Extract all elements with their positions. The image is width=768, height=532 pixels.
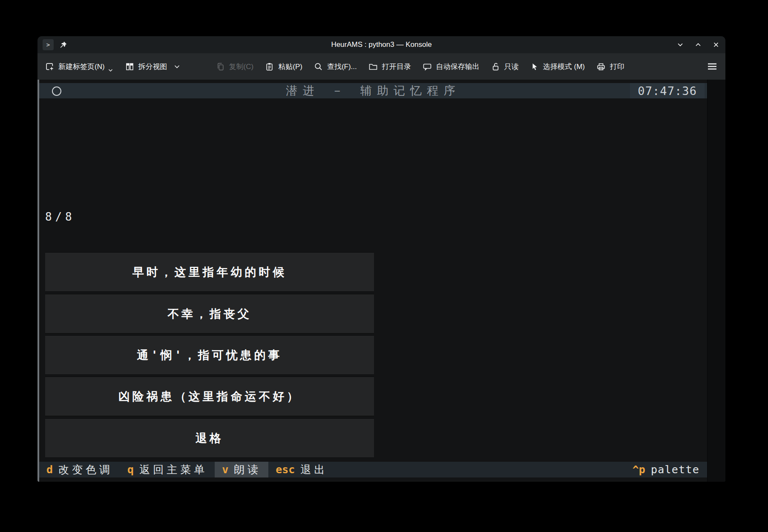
- hotkey-key: d: [46, 463, 53, 476]
- screen: > HeurAMS : python3 — Konsole: [0, 0, 768, 532]
- search-icon: [314, 62, 323, 71]
- open-lock-icon: [491, 62, 500, 71]
- app-header-bar: 潜进 － 辅助记忆程序 07:47:36: [39, 83, 707, 98]
- printer-icon: [596, 62, 606, 71]
- toolbar: 新建标签页(N) 拆分视图: [37, 53, 725, 80]
- hamburger-menu-button[interactable]: [707, 62, 718, 71]
- open-dir-button[interactable]: 打开目录: [368, 62, 411, 72]
- hotkey-palette[interactable]: ^p palette: [625, 463, 707, 476]
- titlebar[interactable]: > HeurAMS : python3 — Konsole: [37, 36, 725, 53]
- split-view-label: 拆分视图: [138, 62, 167, 72]
- minimize-button[interactable]: [676, 40, 685, 49]
- hotkey-exit[interactable]: esc 退出: [268, 462, 335, 477]
- hotkey-key: esc: [276, 463, 295, 476]
- hotkey-read-aloud[interactable]: v 朗读: [215, 462, 268, 477]
- copy-label: 复制(C): [229, 62, 254, 72]
- maximize-button[interactable]: [694, 40, 702, 49]
- split-view-button[interactable]: 拆分视图: [125, 62, 180, 72]
- print-label: 打印: [610, 62, 624, 72]
- find-label: 查找(F)...: [327, 62, 357, 72]
- copy-icon: [216, 62, 225, 71]
- pin-icon[interactable]: [60, 41, 67, 49]
- find-button[interactable]: 查找(F)...: [314, 62, 357, 72]
- hotkey-label: palette: [651, 463, 699, 476]
- hotkey-label: 返回主菜单: [139, 463, 207, 477]
- autosave-button[interactable]: 自动保存输出: [423, 62, 480, 72]
- konsole-window: > HeurAMS : python3 — Konsole: [37, 36, 725, 482]
- app-title: 潜进 － 辅助记忆程序: [39, 83, 707, 98]
- select-mode-button[interactable]: 选择模式 (M): [530, 62, 585, 72]
- close-button[interactable]: [712, 40, 720, 49]
- hotkey-change-theme[interactable]: d 改变色调: [39, 462, 120, 477]
- statusbar: d 改变色调 q 返回主菜单 v 朗读 esc 退出: [39, 462, 707, 477]
- speech-bubble-icon: [423, 62, 432, 71]
- open-folder-icon: [368, 62, 378, 71]
- scrollbar[interactable]: [707, 80, 725, 482]
- select-mode-label: 选择模式 (M): [543, 62, 585, 72]
- new-tab-button[interactable]: 新建标签页(N): [45, 62, 114, 72]
- print-button[interactable]: 打印: [596, 62, 624, 72]
- autosave-label: 自动保存输出: [436, 62, 480, 72]
- readonly-button[interactable]: 只读: [491, 62, 519, 72]
- terminal-prompt-glyph: >: [46, 41, 50, 48]
- open-dir-label: 打开目录: [382, 62, 411, 72]
- new-tab-icon: [45, 62, 54, 71]
- clock: 07:47:36: [630, 83, 705, 98]
- split-view-icon: [125, 62, 134, 71]
- terminal-tab-icon[interactable]: >: [43, 39, 54, 50]
- hotkey-label: 改变色调: [58, 463, 113, 477]
- question-progress: 8/8: [45, 210, 242, 224]
- paste-icon: [265, 62, 274, 71]
- hotkey-key: v: [222, 463, 228, 476]
- cursor-arrow-icon: [530, 62, 539, 71]
- answer-button-1[interactable]: 早时，这里指年幼的时候: [45, 252, 374, 292]
- dropdown-caret-icon: [108, 69, 113, 72]
- answer-button-2[interactable]: 不幸，指丧父: [45, 294, 374, 334]
- hotkey-key: ^p: [633, 463, 645, 476]
- hotkey-label: 朗读: [234, 463, 261, 477]
- copy-button[interactable]: 复制(C): [216, 62, 254, 72]
- hotkey-label: 退出: [300, 463, 328, 477]
- terminal-area: 潜进 － 辅助记忆程序 07:47:36 8/8 臣密言：臣以险衅，夙遭闵凶. …: [37, 80, 725, 482]
- hotkey-key: q: [127, 463, 134, 476]
- hotkey-main-menu[interactable]: q 返回主菜单: [120, 462, 215, 477]
- readonly-label: 只读: [504, 62, 519, 72]
- answer-button-4[interactable]: 凶险祸患（这里指命运不好）: [45, 377, 374, 416]
- hamburger-menu-icon: [707, 62, 718, 71]
- answer-button-3[interactable]: 通'悯'，指可忧患的事: [45, 335, 374, 375]
- paste-button[interactable]: 粘贴(P): [265, 62, 302, 72]
- new-tab-label: 新建标签页(N): [58, 62, 105, 72]
- paste-label: 粘贴(P): [278, 62, 302, 72]
- window-title: HeurAMS : python3 — Konsole: [37, 40, 725, 49]
- chevron-down-icon: [174, 65, 180, 69]
- backspace-button[interactable]: 退格: [45, 418, 374, 458]
- terminal-content: 潜进 － 辅助记忆程序 07:47:36 8/8 臣密言：臣以险衅，夙遭闵凶. …: [39, 80, 707, 482]
